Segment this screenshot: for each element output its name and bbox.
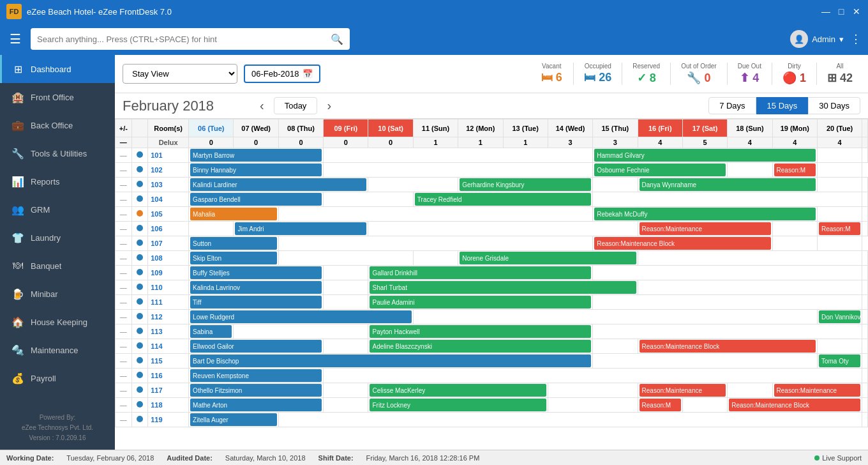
search-box[interactable]: 🔍 (31, 28, 350, 50)
booking-cell[interactable]: Fritz Lockney (368, 398, 548, 413)
booking-cell[interactable]: Zitella Auger (189, 413, 279, 427)
booking-cell[interactable]: Kalindi Lardiner (189, 178, 368, 192)
booking-cell[interactable]: Celisse MacKerley (368, 383, 548, 398)
booking-cell[interactable]: Tiff (189, 295, 324, 310)
minimize-button[interactable]: — (821, 6, 831, 17)
booking-cell[interactable]: Osbourne Fechnie (593, 163, 728, 178)
sidebar-item-grm[interactable]: 👥 GRM (0, 195, 115, 224)
more-options-icon[interactable]: ⋮ (850, 32, 862, 46)
sidebar-item-housekeeping[interactable]: 🏠 House Keeping (0, 308, 115, 336)
booking-cell[interactable]: Gerhardine Kingsbury (458, 178, 593, 192)
booking-cell[interactable]: Reason:Maintenance Block (638, 339, 817, 354)
sidebar-item-payroll[interactable]: 💰 Payroll (0, 364, 115, 392)
booking-cell[interactable]: Martyn Barrow (189, 148, 324, 163)
view-selector[interactable]: Stay View (123, 64, 237, 84)
booking-cell[interactable]: Gasparo Bendell (189, 192, 324, 207)
booking-cell[interactable]: Norene Grisdale (458, 251, 638, 266)
room-number[interactable]: 109 (148, 266, 189, 280)
sidebar-item-minibar[interactable]: 🍺 Minibar (0, 280, 115, 308)
booking-cell[interactable]: Payton Hackwell (368, 324, 593, 339)
sidebar-item-dashboard[interactable]: ⊞ Dashboard (0, 55, 115, 83)
room-number[interactable]: 117 (148, 383, 189, 398)
sidebar-item-banquet[interactable]: 🍽 Banquet (0, 252, 115, 280)
prev-arrow[interactable]: ‹ (257, 98, 267, 113)
room-number[interactable]: 105 (148, 207, 189, 222)
room-number[interactable]: 115 (148, 354, 189, 369)
room-number[interactable]: 108 (148, 251, 189, 266)
booking-cell[interactable]: Sharl Turbat (368, 280, 638, 295)
room-number[interactable]: 101 (148, 148, 189, 163)
booking-cell[interactable]: Binny Hannaby (189, 163, 324, 178)
room-number[interactable]: 107 (148, 236, 189, 251)
room-number[interactable]: 104 (148, 192, 189, 207)
booking-cell[interactable]: Adeline Blaszczynski (368, 339, 593, 354)
room-number[interactable]: 103 (148, 178, 189, 192)
booking-cell[interactable]: Reason:Maintenance (638, 222, 772, 236)
booking-cell[interactable] (413, 251, 458, 266)
booking-cell[interactable]: Skip Elton (189, 251, 279, 266)
calendar-icon[interactable]: 📅 (303, 69, 313, 79)
maximize-button[interactable]: □ (836, 6, 846, 17)
booking-cell[interactable]: Reason:Maintenance Block (728, 398, 862, 413)
booking-cell[interactable]: Ellwood Gailor (189, 339, 324, 354)
room-number[interactable]: 119 (148, 413, 189, 427)
user-badge[interactable]: 👤 Admin ▾ (790, 30, 844, 48)
booking-cell[interactable]: Reason:M (817, 222, 862, 236)
room-number[interactable]: 111 (148, 295, 189, 310)
sidebar-item-maintenance[interactable]: 🔩 Maintenance (0, 336, 115, 364)
room-number[interactable]: 118 (148, 398, 189, 413)
room-number[interactable]: 112 (148, 310, 189, 324)
room-number[interactable]: 102 (148, 163, 189, 178)
date-picker[interactable]: 06-Feb-2018 📅 (244, 65, 320, 83)
booking-cell[interactable]: Reuven Kempstone (189, 369, 324, 383)
window-controls[interactable]: — □ ✕ (821, 6, 862, 17)
booking-cell[interactable]: Reason:Maintenance (638, 383, 728, 398)
booking-cell[interactable]: Tracey Redfield (413, 192, 592, 207)
booking-cell[interactable]: Danya Wynrahame (638, 178, 817, 192)
30-days-button[interactable]: 30 Days (808, 97, 860, 114)
booking-cell[interactable]: Toma Oty (817, 354, 862, 369)
booking-cell[interactable]: Lowe Rudgerd (189, 310, 414, 324)
user-dropdown-icon[interactable]: ▾ (839, 34, 844, 44)
booking-cell[interactable]: Mathe Arton (189, 398, 324, 413)
room-number[interactable]: 113 (148, 324, 189, 339)
sidebar-item-reports[interactable]: 📊 Reports (0, 167, 115, 195)
sidebar-item-laundry[interactable]: 👕 Laundry (0, 224, 115, 252)
live-support-button[interactable]: Live Support (814, 454, 862, 462)
booking-cell[interactable]: Bart De Bischop (189, 354, 593, 369)
search-input[interactable] (37, 34, 326, 44)
booking-cell[interactable]: Sutton (189, 236, 279, 251)
booking-cell[interactable]: Paulie Adamini (368, 295, 593, 310)
15-days-button[interactable]: 15 Days (756, 97, 809, 114)
booking-cell[interactable]: Jim Andri (234, 222, 368, 236)
booking-cell[interactable]: Reason:Maintenance (772, 383, 862, 398)
today-button[interactable]: Today (274, 97, 318, 114)
sidebar-item-front-office[interactable]: 🏨 Front Office (0, 83, 115, 111)
booking-cell[interactable]: Reason:M (772, 163, 817, 178)
room-number[interactable]: 114 (148, 339, 189, 354)
booking-cell[interactable]: Buffy Stelljes (189, 266, 324, 280)
room-number[interactable]: 116 (148, 369, 189, 383)
booking-cell[interactable]: Gallard Drinkhill (368, 266, 593, 280)
booking-cell[interactable]: Reason:M (638, 398, 682, 413)
7-days-button[interactable]: 7 Days (708, 97, 756, 114)
sidebar-item-back-office[interactable]: 💼 Back Office (0, 111, 115, 139)
sidebar-item-tools-utilities[interactable]: 🔧 Tools & Utilities (0, 139, 115, 167)
booking-cell[interactable]: Othello Fitzsimon (189, 383, 324, 398)
booking-cell[interactable]: Reason:Maintenance Block (593, 236, 772, 251)
booking-cell[interactable]: Mahalia (189, 207, 279, 222)
room-number[interactable]: 106 (148, 222, 189, 236)
room-number[interactable]: 110 (148, 280, 189, 295)
booking-cell[interactable]: Hammad Gilvary (593, 148, 818, 163)
row-minus: — (116, 266, 132, 280)
booking-cell[interactable]: Sabina (189, 324, 234, 339)
row-dot (131, 266, 148, 280)
booking-cell[interactable]: Don Vannikov (817, 310, 862, 324)
booking-cell[interactable]: Kalinda Lavrinov (189, 280, 324, 295)
close-button[interactable]: ✕ (851, 6, 862, 17)
next-arrow[interactable]: › (324, 98, 334, 113)
booking-cell[interactable] (593, 178, 638, 192)
empty-cell (278, 251, 413, 266)
hamburger-menu[interactable]: ☰ (6, 28, 24, 50)
booking-cell[interactable]: Rebekah McDuffy (593, 207, 818, 222)
